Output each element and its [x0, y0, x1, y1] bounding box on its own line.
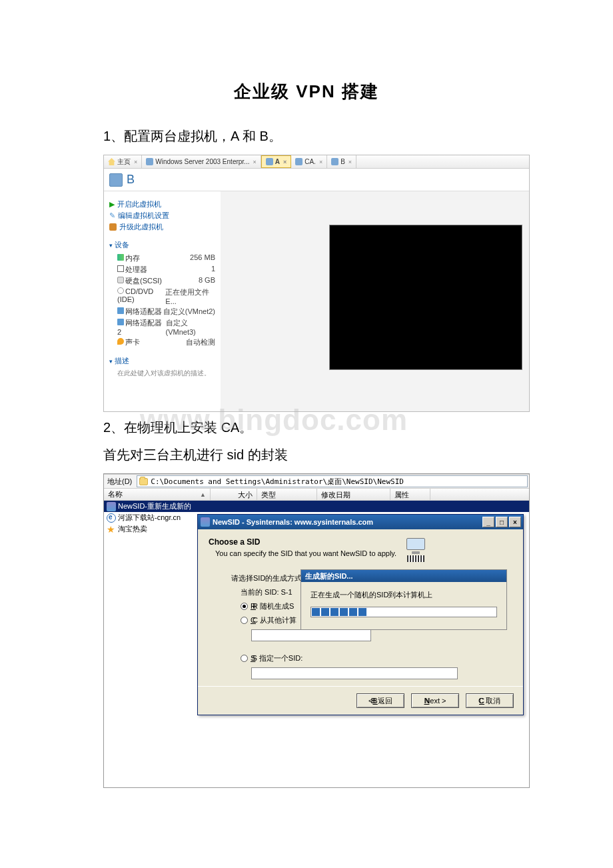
play-icon: ▶ [109, 200, 115, 209]
progress-dialog: 生成新的SID... 正在生成一个随机的SID到本计算机上 [301, 569, 507, 630]
vm-name: B [127, 173, 135, 187]
tab-label: 主页 [117, 157, 131, 167]
btn-label: Next > [424, 697, 446, 705]
device-value: 自动检测 [186, 337, 215, 347]
device-cd[interactable]: CD/DVD (IDE) 正在使用文件 E... [109, 287, 215, 306]
dialog-subheading: You can specify the SID that you want Ne… [215, 549, 396, 557]
device-name: 硬盘(SCSI) [125, 277, 162, 285]
close-button[interactable]: × [509, 517, 521, 527]
tab-label: CA. [305, 158, 316, 165]
radio-specify[interactable]: S S 指定一个SID: [241, 653, 512, 663]
close-icon[interactable]: × [319, 159, 322, 165]
device-cpu[interactable]: 处理器 1 [109, 264, 215, 275]
file-row[interactable]: NewSID-重新生成新的 [104, 501, 529, 512]
specify-sid-input[interactable] [251, 667, 458, 679]
app-icon [201, 517, 210, 527]
dialog-titlebar[interactable]: NewSID - Sysinternals: www.sysinternals.… [198, 515, 523, 529]
device-value: 256 MB [190, 253, 215, 263]
page-title: 企业级 VPN 搭建 [103, 80, 510, 103]
tab-b[interactable]: B × [327, 155, 356, 168]
upgrade-icon [109, 223, 117, 231]
radio-label: C 从其他计算 [253, 616, 297, 624]
col-type[interactable]: 类型 [257, 489, 317, 500]
star-icon: ★ [107, 525, 116, 534]
radio-label: S 指定一个SID: [252, 654, 303, 662]
radio-icon [241, 617, 248, 624]
radio-icon [241, 655, 248, 662]
device-disk[interactable]: 硬盘(SCSI) 8 GB [109, 275, 215, 287]
device-value: 自定义(VMnet3) [166, 318, 215, 336]
device-net2[interactable]: 网络适配器 2 自定义(VMnet3) [109, 317, 215, 337]
btn-label: C 取消 [478, 696, 500, 706]
cancel-button[interactable]: C C 取消 [466, 693, 514, 708]
btn-label: B 返回 [371, 696, 392, 706]
other-computer-input[interactable] [251, 629, 371, 641]
step-1-text: 1、配置两台虚拟机，A 和 B。 [103, 127, 510, 145]
device-name: 网络适配器 2 [117, 319, 162, 336]
vm-icon [146, 158, 153, 165]
newsid-dialog: NewSID - Sysinternals: www.sysinternals.… [197, 514, 524, 715]
action-label: 编辑虚拟机设置 [118, 211, 169, 221]
device-value: 1 [211, 265, 215, 275]
next-button[interactable]: NNext > [411, 693, 459, 708]
tab-win2003[interactable]: Windows Server 2003 Enterpr... × [142, 155, 261, 168]
edit-settings-action[interactable]: ✎ 编辑虚拟机设置 [109, 211, 215, 221]
power-on-action[interactable]: ▶ 开启此虚拟机 [109, 199, 215, 209]
tab-home[interactable]: 主页 × [104, 155, 142, 168]
close-icon[interactable]: × [134, 159, 137, 165]
substep-text: 首先对三台主机进行 sid 的封装 [103, 446, 510, 464]
close-icon[interactable]: × [348, 159, 352, 165]
action-label: 升级此虚拟机 [119, 222, 163, 232]
col-size[interactable]: 大小 [211, 489, 257, 500]
vmware-panel: 主页 × Windows Server 2003 Enterpr... × A … [103, 155, 530, 412]
edit-icon: ✎ [109, 211, 115, 220]
home-icon [108, 158, 115, 165]
tab-a[interactable]: A × [261, 155, 292, 168]
device-value: 正在使用文件 E... [165, 287, 215, 305]
tab-label: A [275, 158, 280, 165]
back-button[interactable]: < B B 返回 [356, 693, 404, 708]
progress-message: 正在生成一个随机的SID到本计算机上 [310, 590, 497, 600]
device-value: 自定义(VMnet2) [163, 307, 215, 317]
close-icon[interactable]: × [253, 159, 256, 165]
close-icon[interactable]: × [283, 159, 287, 165]
col-date[interactable]: 修改日期 [317, 489, 390, 500]
sound-icon [117, 338, 124, 345]
device-name: 网络适配器 [125, 307, 162, 315]
devices-section-header[interactable]: 设备 [109, 240, 215, 250]
vm-tabs: 主页 × Windows Server 2003 Enterpr... × A … [104, 155, 529, 169]
step-2-text: 2、在物理机上安装 CA。 [103, 419, 510, 437]
file-list: NewSID-重新生成新的 河源下载站-cngr.cn ★ 淘宝热卖 NewSI… [104, 501, 529, 787]
upgrade-action[interactable]: 升级此虚拟机 [109, 222, 215, 232]
col-name[interactable]: 名称 ▲ [104, 489, 211, 500]
vm-title-row: B [104, 169, 529, 191]
dialog-art [403, 537, 428, 563]
file-name: 河源下载站-cngr.cn [118, 513, 181, 523]
device-memory[interactable]: 内存 256 MB [109, 253, 215, 264]
col-attr[interactable]: 属性 [390, 489, 430, 500]
disk-icon [117, 277, 124, 283]
radio-icon [241, 603, 248, 610]
vm-large-icon [109, 173, 123, 187]
device-value: 8 GB [199, 276, 215, 286]
progress-title: 生成新的SID... [301, 570, 506, 582]
device-sound[interactable]: 声卡 自动检测 [109, 337, 215, 348]
radio-label: R 随机生成S [253, 602, 294, 610]
dialog-heading: Choose a SID [209, 537, 260, 547]
app-icon [107, 502, 116, 511]
file-name: NewSID-重新生成新的 [118, 501, 191, 511]
minimize-button[interactable]: _ [482, 517, 494, 527]
vm-screen-preview [329, 225, 522, 370]
description-section-header[interactable]: 描述 [109, 356, 215, 366]
address-input[interactable]: C:\Documents and Settings\Administrator\… [137, 475, 528, 487]
tab-label: Windows Server 2003 Enterpr... [155, 158, 249, 165]
maximize-button[interactable]: □ [496, 517, 508, 527]
tab-ca[interactable]: CA. × [291, 155, 327, 168]
explorer-window: 地址(D) C:\Documents and Settings\Administ… [103, 473, 530, 788]
ie-icon [107, 513, 116, 523]
description-placeholder[interactable]: 在此处键入对该虚拟机的描述。 [109, 369, 215, 378]
cd-icon [117, 287, 124, 294]
dialog-title: NewSID - Sysinternals: www.sysinternals.… [213, 518, 373, 526]
vm-icon [266, 158, 273, 165]
device-net1[interactable]: 网络适配器 自定义(VMnet2) [109, 306, 215, 317]
